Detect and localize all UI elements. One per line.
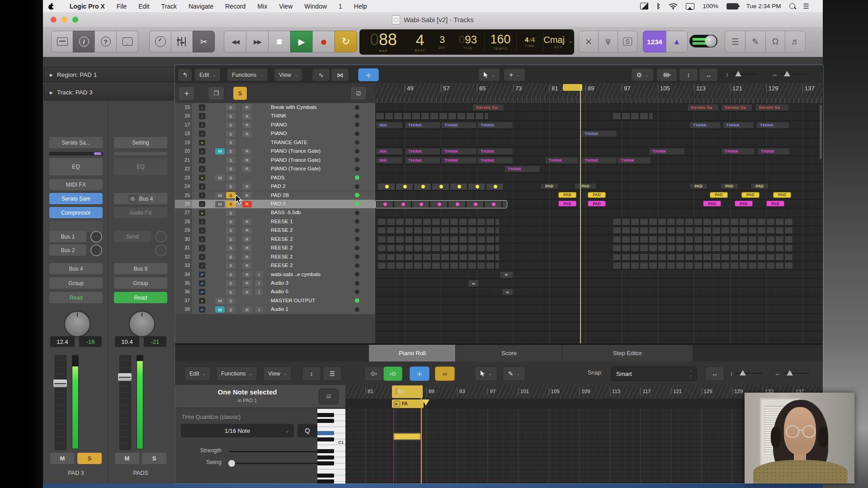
piano-key-black[interactable] (317, 437, 334, 441)
volume-fader-handle[interactable] (118, 373, 132, 381)
smart-controls-button[interactable] (149, 31, 171, 52)
count-in-button[interactable]: 1234 (643, 31, 666, 52)
solo-button[interactable]: S (226, 166, 236, 172)
solo-button[interactable]: S (226, 263, 236, 269)
record-enable-button[interactable]: R (242, 271, 252, 277)
track-row-22[interactable]: 22♪SRPIANO (Trance Gate) (175, 164, 375, 174)
arrange-edit-menu[interactable]: Edit⌄ (194, 68, 221, 81)
menu-clock[interactable]: Tue 2:34 PM (746, 3, 781, 9)
zoom-window-button[interactable] (72, 17, 78, 23)
record-enable-button[interactable]: R (242, 245, 252, 251)
region-think[interactable]: THINK (545, 157, 579, 164)
piano-key-black[interactable] (317, 474, 334, 478)
mute-button[interactable]: M (115, 453, 139, 464)
audio-fx-slot-2[interactable]: Compressor (49, 207, 103, 218)
piano-key-black[interactable] (317, 455, 334, 460)
duplicate-track-button[interactable]: ❐ (208, 86, 224, 100)
vertical-zoom-slider[interactable]: ↕ (726, 70, 758, 79)
region-pad-pink[interactable]: PAD (766, 201, 784, 207)
browsers-button[interactable]: ♬ (785, 31, 806, 52)
mute-button[interactable]: M (215, 148, 225, 155)
volume-fader-track[interactable] (55, 355, 66, 450)
track-row-19[interactable]: 19●STRANCE GATE (175, 138, 375, 147)
group-slot[interactable]: Group (114, 277, 167, 289)
arrange-functions-menu[interactable]: Functions⌄ (227, 68, 268, 81)
solo-button[interactable]: S (77, 453, 102, 464)
send-knob-2[interactable] (155, 244, 167, 256)
track-row-18[interactable]: 18♪SRPIANO (175, 129, 375, 138)
record-enable-button[interactable]: R (242, 280, 252, 286)
mute-button[interactable]: M (50, 453, 75, 464)
menu-help[interactable]: Help (348, 3, 373, 10)
solo-button[interactable]: S (226, 245, 236, 251)
solo-button[interactable]: S (226, 236, 236, 242)
solo-button[interactable]: S (226, 219, 236, 225)
region-think[interactable]: THINK (756, 122, 789, 129)
region-think[interactable]: THINK (581, 130, 617, 137)
loop-browser-button[interactable]: Ω (765, 31, 785, 52)
region-pad-yellow[interactable]: PAD (588, 192, 606, 198)
tab-score[interactable]: Score (455, 345, 563, 361)
eq-slot[interactable]: EQ (49, 158, 103, 175)
menu-edit[interactable]: Edit (132, 3, 155, 10)
link-button[interactable]: ∞ (435, 366, 455, 381)
arrange-grid[interactable]: Serato SaSerato SaSerato SaSerato SaINKT… (375, 103, 823, 343)
stop-button[interactable]: ■ (268, 31, 291, 52)
pan-value[interactable]: -16 (79, 336, 102, 347)
volume-value[interactable]: 10.4 (115, 336, 139, 347)
automation-mode-button[interactable]: Read (49, 292, 103, 303)
menu-file[interactable]: File (111, 3, 133, 10)
track-row-32[interactable]: 32♪SRREESE 2 (175, 253, 375, 262)
send-knob[interactable] (155, 231, 167, 243)
menu-track[interactable]: Track (155, 3, 182, 10)
region-pad-grey[interactable]: PAD (720, 183, 738, 189)
piano-key-black[interactable] (317, 419, 334, 423)
track-row-21[interactable]: 21♪SRPIANO (Trance Gate) (175, 156, 375, 165)
region-marker[interactable]: w (502, 288, 513, 296)
region-cells[interactable] (613, 227, 793, 234)
bus-slot[interactable]: Bus 8 (114, 263, 167, 274)
region-pad-pink[interactable]: PAD (558, 201, 576, 207)
arrange-view-menu[interactable]: View⌄ (274, 68, 302, 81)
record-enable-button[interactable]: R (242, 201, 252, 207)
solo-button[interactable]: S (226, 113, 236, 119)
solo-button[interactable]: S (226, 210, 236, 216)
track-inspector-header[interactable]: ▶ Track: PAD 3 (44, 84, 175, 100)
region-pad-pink[interactable]: PAD (735, 201, 753, 207)
audio-fx-slot[interactable]: Audio FX (114, 207, 167, 218)
track-row-25[interactable]: 25♪MSRPAD 2B (175, 191, 375, 200)
audio-fx-slot-1[interactable]: Serato Sam (49, 193, 103, 204)
vertical-zoom-slider[interactable]: ↕ (730, 369, 762, 378)
waveform-zoom-button[interactable] (656, 68, 677, 81)
tab-step-editor[interactable]: Step Editor (562, 345, 693, 361)
region-pad-pink[interactable]: PAD (703, 201, 721, 207)
region-serato-sa[interactable]: Serato Sa (721, 104, 753, 111)
record-enable-button[interactable]: R (242, 113, 252, 119)
track-row-29[interactable]: 29♪SRREESE 2 (175, 226, 375, 235)
region-pattern-pink[interactable] (376, 201, 507, 208)
record-enable-button[interactable]: R (242, 148, 252, 155)
record-enable-button[interactable]: R (242, 104, 252, 111)
track-row-27[interactable]: 27●SBASS -5.5db (175, 208, 375, 217)
region-think[interactable]: THINK (581, 157, 617, 164)
solo-button[interactable]: S (226, 131, 236, 137)
cycle-button[interactable]: ↻ (335, 31, 357, 52)
track-solo-mode-button[interactable]: S (233, 86, 247, 100)
region-think[interactable]: THINK (405, 157, 441, 164)
record-enable-button[interactable]: R (242, 219, 252, 225)
zoom-slider-handle[interactable] (787, 370, 793, 375)
region-think[interactable]: THINK (504, 165, 540, 173)
lcd-display[interactable]: 088 BAR 4 BEAT 3 DIV 093 TICK 160 TEMPO (359, 29, 574, 55)
track-row-23[interactable]: 23●MSPADS (175, 174, 375, 183)
input-monitor-button[interactable]: I (255, 306, 263, 313)
pointer-tool-menu[interactable]: ⌄ (478, 68, 500, 81)
region-think[interactable]: THINK (477, 157, 513, 164)
track-row-15[interactable]: 15♪SRBreak with Cymbals (175, 103, 375, 112)
battery-icon[interactable] (726, 3, 738, 9)
menu-window[interactable]: Window (298, 3, 333, 10)
track-header-options-button[interactable]: ☑ (350, 86, 367, 100)
solo-button[interactable]: S (226, 289, 236, 295)
record-enable-button[interactable]: R (242, 227, 252, 234)
disclosure-triangle-icon[interactable]: ▶ (50, 90, 53, 95)
editor-functions-menu[interactable]: Functions⌄ (216, 366, 257, 381)
